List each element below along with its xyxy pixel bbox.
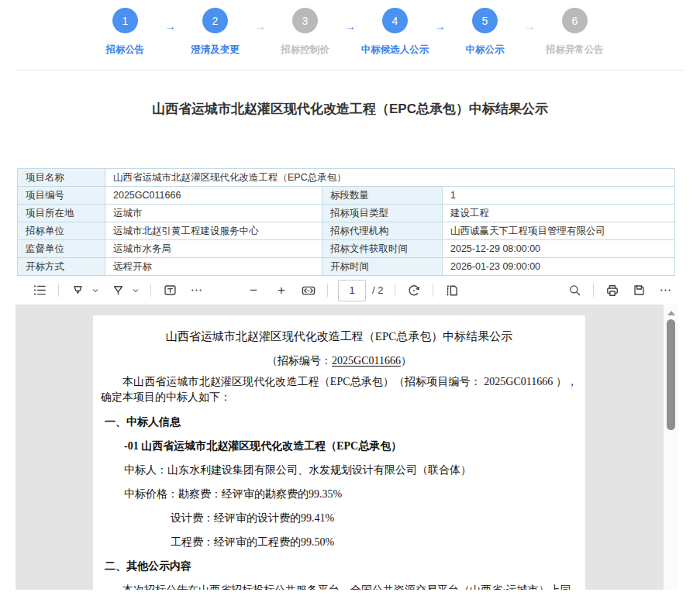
step-label: 招标公告 [106,43,145,57]
step-label: 澄清及变更 [191,43,240,57]
stepper-step-tender-notice[interactable]: 1 招标公告 [89,8,162,57]
tender-code-line: （招标编号：2025GC011666） [101,353,578,368]
arrow-right-icon: → [342,19,359,33]
field-label: 项目编号 [18,187,105,205]
toolbar-separator [58,284,59,297]
field-value: 2026-01-23 09:00:00 [443,258,675,276]
rotate-icon[interactable] [406,283,422,298]
bid-process-stepper: 1 招标公告 → 2 澄清及变更 → 3 招标控制价 → 4 中标候选人公示 →… [0,0,700,57]
field-value: 建设工程 [443,205,675,222]
field-label: 监督单位 [18,240,105,258]
step-label: 中标公示 [466,43,505,57]
field-label: 标段数量 [322,187,443,205]
field-label: 项目名称 [18,169,105,187]
toolbar-separator [593,284,594,297]
table-row: 招标单位 运城市北赵引黄工程建设服务中心 招标代理机构 山西诚赢天下工程项目管理… [18,222,675,240]
field-value: 运城市北赵引黄工程建设服务中心 [105,222,322,240]
field-label: 开标时间 [322,258,443,276]
toolbar-separator [433,284,433,297]
more-tools-icon[interactable] [188,283,204,298]
print-icon[interactable] [605,283,620,298]
toolbar-separator [150,284,151,297]
field-label: 招标代理机构 [322,222,443,240]
fit-width-icon[interactable] [301,283,316,298]
page-number-input[interactable] [338,280,366,301]
step-label: 招标异常公告 [546,43,604,57]
vertical-scrollbar[interactable] [664,305,678,590]
page-count-label: / 2 [372,284,383,296]
pdf-toolbar: − + / 2 [0,276,700,305]
field-label: 招标项目类型 [322,205,443,222]
field-value: 1 [443,187,675,205]
chevron-down-icon[interactable] [131,286,140,295]
step-number-badge: 6 [562,8,588,33]
field-label: 招标文件获取时间 [322,240,443,258]
table-row: 项目名称 山西省运城市北赵灌区现代化改造工程（EPC总承包） [18,169,675,187]
pdf-viewer: 山西省运城市北赵灌区现代化改造工程（EPC总承包）中标结果公示 （招标编号：20… [16,305,678,590]
intro-paragraph: 本山西省运城市北赵灌区现代化改造工程（EPC总承包）（招标项目编号： 2025G… [101,374,578,405]
step-number-badge: 3 [292,8,318,33]
lot-heading: -01 山西省运城市北赵灌区现代化改造工程（EPC总承包） [124,439,578,453]
add-text-icon[interactable] [162,283,178,298]
step-label: 招标控制价 [281,43,329,57]
field-value: 山西诚赢天下工程项目管理有限公司 [443,222,675,240]
arrow-right-icon: → [522,19,539,33]
highlight-icon[interactable] [70,283,85,298]
stepper-step-abnormal-notice[interactable]: 6 招标异常公告 [539,8,612,57]
table-row: 项目所在地 运城市 招标项目类型 建设工程 [18,205,675,222]
page-view-icon[interactable] [444,283,460,298]
table-row: 项目编号 2025GC011666 标段数量 1 [18,187,675,205]
section2-heading: 二、其他公示内容 [105,559,578,573]
zoom-in-icon[interactable]: + [273,283,290,298]
arrow-right-icon: → [252,19,269,33]
scrollbar-thumb[interactable] [667,319,675,430]
section-divider [16,70,684,71]
step-number-badge: 5 [472,8,498,33]
field-label: 项目所在地 [18,205,105,222]
price-construction-line: 工程费：经评审的工程费的99.50% [171,535,578,549]
save-icon[interactable] [631,283,647,298]
arrow-right-icon: → [162,19,179,33]
winner-line: 中标人：山东水利建设集团有限公司、水发规划设计有限公司（联合体） [124,463,578,477]
field-label: 开标方式 [18,258,105,276]
document-title: 山西省运城市北赵灌区现代化改造工程（EPC总承包）中标结果公示 [101,329,578,344]
search-icon[interactable] [567,283,582,298]
section1-heading: 一、中标人信息 [105,415,578,429]
field-value: 山西省运城市北赵灌区现代化改造工程（EPC总承包） [105,169,675,187]
price-design-line: 设计费：经评审的设计费的99.41% [171,511,578,525]
arrow-right-icon: → [432,19,449,33]
field-value: 运城市水务局 [105,240,322,258]
step-number-badge: 4 [382,8,408,33]
scroll-up-arrow-icon[interactable] [667,311,675,315]
page-title: 山西省运城市北赵灌区现代化改造工程（EPC总承包）中标结果公示 [0,100,700,118]
step-label: 中标候选人公示 [361,43,429,57]
stepper-step-candidate-publicity[interactable]: 4 中标候选人公示 [359,8,432,57]
toolbar-separator [395,284,395,297]
field-value: 2025-12-29 08:00:00 [443,240,675,258]
field-value: 运城市 [105,205,322,222]
stepper-step-control-price[interactable]: 3 招标控制价 [269,8,342,57]
step-number-badge: 2 [202,8,228,33]
tender-code-link[interactable]: 2025GC011666 [332,355,401,367]
table-row: 监督单位 运城市水务局 招标文件获取时间 2025-12-29 08:00:00 [18,240,675,258]
field-label: 招标单位 [18,222,105,240]
stepper-step-award-publicity[interactable]: 5 中标公示 [449,8,522,57]
toolbar-separator [327,284,328,297]
price-survey-line: 中标价格：勘察费：经评审的勘察费的99.35% [124,487,578,501]
more-options-icon[interactable] [657,283,673,298]
draw-icon[interactable] [110,283,126,298]
stepper-step-clarification[interactable]: 2 澄清及变更 [179,8,252,57]
project-info-table: 项目名称 山西省运城市北赵灌区现代化改造工程（EPC总承包） 项目编号 2025… [17,168,675,276]
table-row: 开标方式 远程开标 开标时间 2026-01-23 09:00:00 [18,258,675,276]
outline-icon[interactable] [32,283,47,298]
field-value: 远程开标 [105,258,322,276]
field-value: 2025GC011666 [105,187,322,205]
pdf-page: 山西省运城市北赵灌区现代化改造工程（EPC总承包）中标结果公示 （招标编号：20… [93,315,585,590]
chevron-down-icon[interactable] [91,286,100,295]
step-number-badge: 1 [112,8,138,33]
zoom-out-icon[interactable]: − [245,283,262,298]
notice-line: 本次招标公告在山西省招标投标公共服务平台、全国公共资源交易平台（山西省·运城市）… [101,583,578,590]
